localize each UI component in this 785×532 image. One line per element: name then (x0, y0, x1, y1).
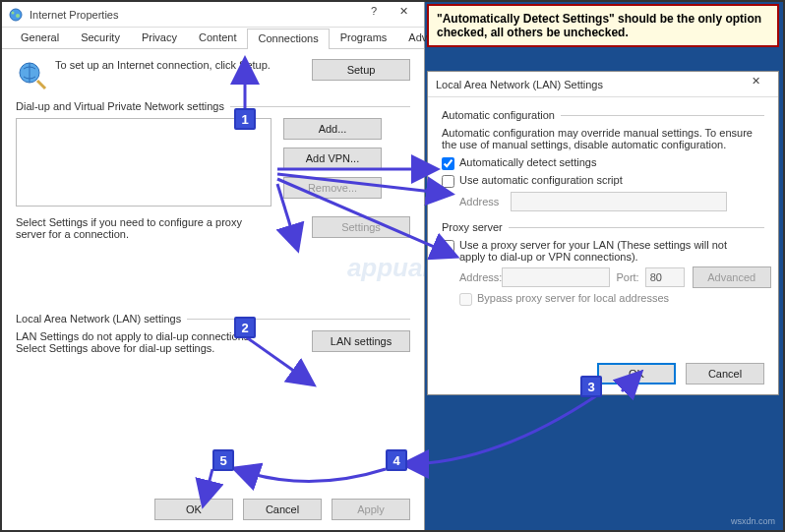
step-marker-4: 4 (386, 449, 407, 471)
ok-button[interactable]: OK (154, 499, 233, 520)
cancel-button[interactable]: Cancel (243, 499, 322, 520)
port-label: Port: (616, 271, 638, 283)
ip-titlebar: Internet Properties ? ✕ (2, 2, 424, 28)
auto-script-checkbox[interactable] (442, 175, 454, 188)
globe-wand-icon (16, 59, 47, 90)
auto-detect-checkbox[interactable] (442, 157, 454, 170)
tab-connections[interactable]: Connections (247, 29, 329, 49)
step-marker-3: 3 (580, 376, 602, 397)
use-proxy-label: Use a proxy server for your LAN (These s… (459, 239, 755, 263)
add-vpn-button[interactable]: Add VPN... (283, 148, 382, 169)
connections-listbox[interactable] (16, 118, 272, 207)
ip-title: Internet Properties (30, 9, 359, 21)
auto-config-header: Automatic configuration (442, 109, 555, 121)
dialup-header: Dial-up and Virtual Private Network sett… (16, 100, 224, 112)
internet-options-icon (8, 7, 24, 23)
settings-button: Settings (312, 216, 410, 238)
svg-point-1 (12, 11, 15, 14)
watermark-url: wsxdn.com (731, 516, 775, 526)
proxy-address-label: Address: (459, 271, 502, 283)
lan-dialog: Local Area Network (LAN) Settings ✕ Auto… (427, 71, 779, 395)
help-button[interactable]: ? (359, 5, 389, 25)
setup-button[interactable]: Setup (312, 59, 410, 81)
step-marker-2: 2 (234, 317, 256, 338)
step-marker-1: 1 (234, 108, 256, 130)
advanced-button: Advanced (693, 266, 771, 288)
tab-programs[interactable]: Programs (330, 28, 398, 48)
lan-header: Local Area Network (LAN) settings (16, 313, 181, 325)
lan-text: LAN Settings do not apply to dial-up con… (16, 330, 272, 354)
svg-point-0 (10, 9, 22, 21)
bypass-checkbox (459, 293, 472, 306)
add-button[interactable]: Add... (283, 118, 382, 140)
tab-security[interactable]: Security (70, 28, 131, 48)
lan-ok-button[interactable]: OK (597, 363, 676, 384)
auto-script-label: Use automatic configuration script (459, 174, 623, 186)
select-settings-text: Select Settings if you need to configure… (16, 216, 272, 240)
script-address-input (511, 192, 727, 211)
setup-text: To set up an Internet connection, click … (55, 59, 302, 71)
proxy-address-input (502, 267, 610, 287)
lan-settings-button[interactable]: LAN settings (312, 330, 410, 352)
step-marker-5: 5 (212, 449, 234, 471)
lan-cancel-button[interactable]: Cancel (686, 363, 764, 384)
bypass-label: Bypass proxy server for local addresses (477, 292, 669, 304)
use-proxy-checkbox[interactable] (442, 240, 454, 253)
lan-close-button[interactable]: ✕ (741, 75, 770, 94)
close-button[interactable]: ✕ (389, 5, 418, 25)
remove-button: Remove... (283, 177, 382, 199)
auto-config-desc: Automatic configuration may override man… (442, 127, 756, 150)
port-input (645, 267, 685, 287)
ip-tabs: General Security Privacy Content Connect… (2, 28, 424, 49)
lan-title: Local Area Network (LAN) Settings (436, 79, 741, 90)
instruction-callout: "Automatically Detect Settings" should b… (427, 4, 779, 47)
apply-button: Apply (332, 499, 410, 520)
tab-privacy[interactable]: Privacy (131, 28, 188, 48)
tab-content[interactable]: Content (188, 28, 248, 48)
proxy-header: Proxy server (442, 221, 503, 233)
auto-detect-label: Automatically detect settings (459, 156, 596, 168)
tab-general[interactable]: General (10, 28, 70, 48)
svg-point-2 (16, 14, 20, 18)
script-address-label: Address (459, 196, 511, 207)
